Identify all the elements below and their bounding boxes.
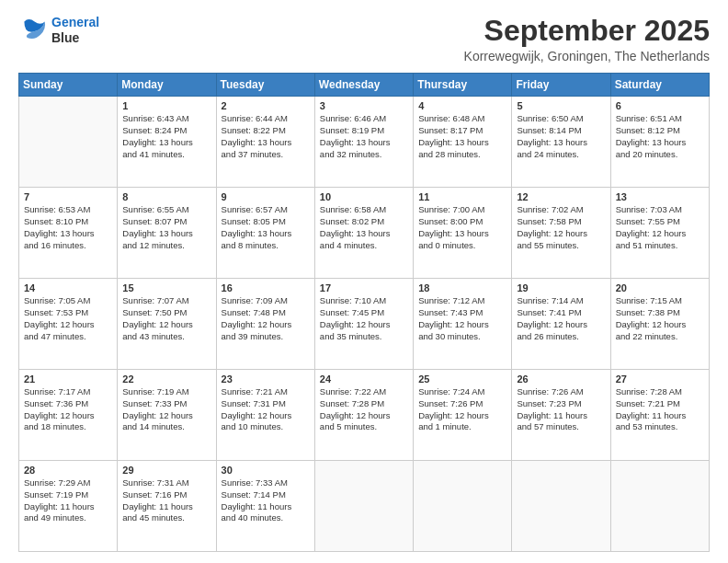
calendar-cell — [19, 97, 118, 188]
calendar-cell: 7Sunrise: 6:53 AMSunset: 8:10 PMDaylight… — [19, 188, 118, 279]
day-info: Sunrise: 6:48 AMSunset: 8:17 PMDaylight:… — [418, 113, 506, 160]
day-info: Sunrise: 7:31 AMSunset: 7:16 PMDaylight:… — [122, 477, 210, 524]
day-info: Sunrise: 7:26 AMSunset: 7:23 PMDaylight:… — [517, 386, 605, 433]
logo: GeneralBlue — [18, 15, 99, 46]
day-info: Sunrise: 6:43 AMSunset: 8:24 PMDaylight:… — [122, 113, 210, 160]
day-info: Sunrise: 6:51 AMSunset: 8:12 PMDaylight:… — [616, 113, 704, 160]
calendar-header: SundayMondayTuesdayWednesdayThursdayFrid… — [19, 74, 710, 97]
calendar-cell: 16Sunrise: 7:09 AMSunset: 7:48 PMDayligh… — [216, 279, 314, 370]
calendar-cell: 21Sunrise: 7:17 AMSunset: 7:36 PMDayligh… — [19, 370, 118, 461]
day-info: Sunrise: 7:09 AMSunset: 7:48 PMDaylight:… — [222, 295, 310, 342]
day-number: 20 — [616, 282, 704, 293]
calendar-cell: 24Sunrise: 7:22 AMSunset: 7:28 PMDayligh… — [314, 370, 413, 461]
day-info: Sunrise: 6:58 AMSunset: 8:02 PMDaylight:… — [320, 204, 408, 251]
day-number: 25 — [418, 373, 506, 385]
day-info: Sunrise: 6:46 AMSunset: 8:19 PMDaylight:… — [320, 113, 408, 160]
day-info: Sunrise: 7:15 AMSunset: 7:38 PMDaylight:… — [616, 295, 704, 342]
calendar-body: 1Sunrise: 6:43 AMSunset: 8:24 PMDaylight… — [19, 97, 710, 552]
day-info: Sunrise: 7:28 AMSunset: 7:21 PMDaylight:… — [616, 386, 704, 433]
calendar-cell: 11Sunrise: 7:00 AMSunset: 8:00 PMDayligh… — [414, 188, 512, 279]
day-info: Sunrise: 7:24 AMSunset: 7:26 PMDaylight:… — [418, 386, 506, 433]
day-number: 5 — [517, 100, 605, 111]
calendar-cell: 10Sunrise: 6:58 AMSunset: 8:02 PMDayligh… — [314, 188, 413, 279]
logo-icon — [18, 16, 48, 45]
day-header-saturday: Saturday — [610, 74, 709, 97]
week-row-1: 1Sunrise: 6:43 AMSunset: 8:24 PMDaylight… — [19, 97, 710, 188]
day-info: Sunrise: 6:57 AMSunset: 8:05 PMDaylight:… — [222, 204, 310, 251]
calendar-cell: 4Sunrise: 6:48 AMSunset: 8:17 PMDaylight… — [414, 97, 512, 188]
calendar-cell: 18Sunrise: 7:12 AMSunset: 7:43 PMDayligh… — [414, 279, 512, 370]
calendar-cell: 14Sunrise: 7:05 AMSunset: 7:53 PMDayligh… — [19, 279, 118, 370]
day-number: 10 — [320, 191, 408, 202]
day-info: Sunrise: 7:29 AMSunset: 7:19 PMDaylight:… — [24, 477, 112, 524]
day-number: 27 — [616, 373, 704, 385]
day-number: 15 — [122, 282, 210, 293]
day-info: Sunrise: 7:22 AMSunset: 7:28 PMDaylight:… — [320, 386, 408, 433]
calendar-cell: 29Sunrise: 7:31 AMSunset: 7:16 PMDayligh… — [118, 461, 216, 552]
day-number: 8 — [122, 191, 210, 202]
day-header-friday: Friday — [512, 74, 610, 97]
week-row-2: 7Sunrise: 6:53 AMSunset: 8:10 PMDaylight… — [19, 188, 710, 279]
calendar-cell: 28Sunrise: 7:29 AMSunset: 7:19 PMDayligh… — [19, 461, 118, 552]
day-number: 14 — [24, 282, 112, 293]
day-number: 4 — [418, 100, 506, 111]
day-number: 7 — [24, 191, 112, 202]
day-info: Sunrise: 7:05 AMSunset: 7:53 PMDaylight:… — [24, 295, 112, 342]
day-number: 17 — [320, 282, 408, 293]
day-header-wednesday: Wednesday — [314, 74, 413, 97]
month-title: September 2025 — [464, 15, 710, 47]
calendar-cell: 25Sunrise: 7:24 AMSunset: 7:26 PMDayligh… — [414, 370, 512, 461]
day-info: Sunrise: 6:53 AMSunset: 8:10 PMDaylight:… — [24, 204, 112, 251]
calendar-cell: 8Sunrise: 6:55 AMSunset: 8:07 PMDaylight… — [118, 188, 216, 279]
calendar-cell: 12Sunrise: 7:02 AMSunset: 7:58 PMDayligh… — [512, 188, 610, 279]
day-info: Sunrise: 6:50 AMSunset: 8:14 PMDaylight:… — [517, 113, 605, 160]
day-header-thursday: Thursday — [414, 74, 512, 97]
day-number: 9 — [222, 191, 310, 202]
day-info: Sunrise: 7:03 AMSunset: 7:55 PMDaylight:… — [616, 204, 704, 251]
week-row-3: 14Sunrise: 7:05 AMSunset: 7:53 PMDayligh… — [19, 279, 710, 370]
day-info: Sunrise: 7:17 AMSunset: 7:36 PMDaylight:… — [24, 386, 112, 433]
location: Korrewegwijk, Groningen, The Netherlands — [464, 49, 710, 63]
calendar-cell: 17Sunrise: 7:10 AMSunset: 7:45 PMDayligh… — [314, 279, 413, 370]
logo-text: GeneralBlue — [51, 15, 99, 46]
day-info: Sunrise: 7:33 AMSunset: 7:14 PMDaylight:… — [222, 477, 310, 524]
calendar-cell: 15Sunrise: 7:07 AMSunset: 7:50 PMDayligh… — [118, 279, 216, 370]
calendar-cell: 19Sunrise: 7:14 AMSunset: 7:41 PMDayligh… — [512, 279, 610, 370]
calendar-cell: 9Sunrise: 6:57 AMSunset: 8:05 PMDaylight… — [216, 188, 314, 279]
day-number: 23 — [222, 373, 310, 385]
day-number: 19 — [517, 282, 605, 293]
calendar-cell — [414, 461, 512, 552]
day-info: Sunrise: 6:44 AMSunset: 8:22 PMDaylight:… — [222, 113, 310, 160]
day-number: 16 — [222, 282, 310, 293]
calendar-cell: 13Sunrise: 7:03 AMSunset: 7:55 PMDayligh… — [610, 188, 709, 279]
calendar-cell — [512, 461, 610, 552]
header: GeneralBlue September 2025 Korrewegwijk,… — [18, 15, 710, 63]
calendar-cell: 20Sunrise: 7:15 AMSunset: 7:38 PMDayligh… — [610, 279, 709, 370]
calendar-cell — [610, 461, 709, 552]
page: GeneralBlue September 2025 Korrewegwijk,… — [0, 0, 728, 563]
calendar-cell: 27Sunrise: 7:28 AMSunset: 7:21 PMDayligh… — [610, 370, 709, 461]
day-info: Sunrise: 7:00 AMSunset: 8:00 PMDaylight:… — [418, 204, 506, 251]
day-info: Sunrise: 7:21 AMSunset: 7:31 PMDaylight:… — [222, 386, 310, 433]
day-number: 2 — [222, 100, 310, 111]
calendar-cell: 2Sunrise: 6:44 AMSunset: 8:22 PMDaylight… — [216, 97, 314, 188]
day-number: 29 — [122, 465, 210, 476]
day-info: Sunrise: 6:55 AMSunset: 8:07 PMDaylight:… — [122, 204, 210, 251]
day-header-monday: Monday — [118, 74, 216, 97]
calendar-cell: 22Sunrise: 7:19 AMSunset: 7:33 PMDayligh… — [118, 370, 216, 461]
calendar-cell: 6Sunrise: 6:51 AMSunset: 8:12 PMDaylight… — [610, 97, 709, 188]
day-number: 21 — [24, 373, 112, 385]
calendar-cell: 3Sunrise: 6:46 AMSunset: 8:19 PMDaylight… — [314, 97, 413, 188]
calendar-cell: 5Sunrise: 6:50 AMSunset: 8:14 PMDaylight… — [512, 97, 610, 188]
day-number: 12 — [517, 191, 605, 202]
day-number: 30 — [222, 465, 310, 476]
day-info: Sunrise: 7:02 AMSunset: 7:58 PMDaylight:… — [517, 204, 605, 251]
calendar-cell: 23Sunrise: 7:21 AMSunset: 7:31 PMDayligh… — [216, 370, 314, 461]
day-number: 24 — [320, 373, 408, 385]
calendar-cell: 26Sunrise: 7:26 AMSunset: 7:23 PMDayligh… — [512, 370, 610, 461]
day-header-sunday: Sunday — [19, 74, 118, 97]
day-number: 22 — [122, 373, 210, 385]
title-block: September 2025 Korrewegwijk, Groningen, … — [464, 15, 710, 63]
day-info: Sunrise: 7:07 AMSunset: 7:50 PMDaylight:… — [122, 295, 210, 342]
calendar-cell: 1Sunrise: 6:43 AMSunset: 8:24 PMDaylight… — [118, 97, 216, 188]
